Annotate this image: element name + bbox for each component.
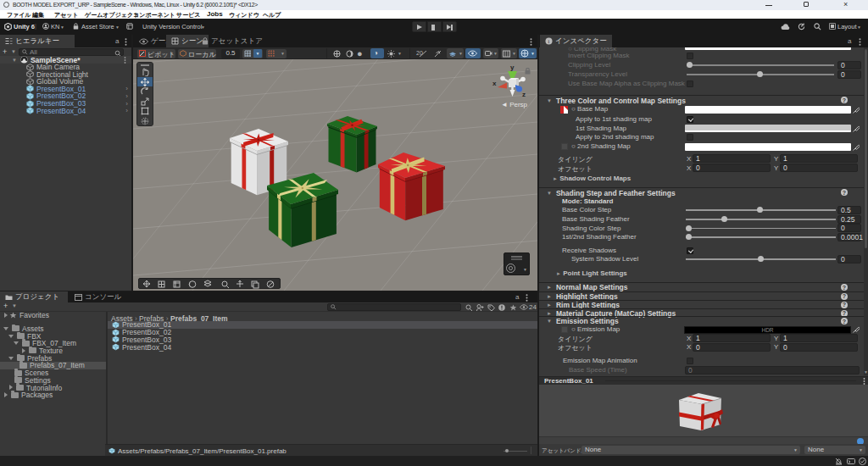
svg-text:z: z: [522, 91, 526, 97]
svg-text:y: y: [510, 64, 515, 71]
svg-text:i: i: [548, 38, 549, 44]
